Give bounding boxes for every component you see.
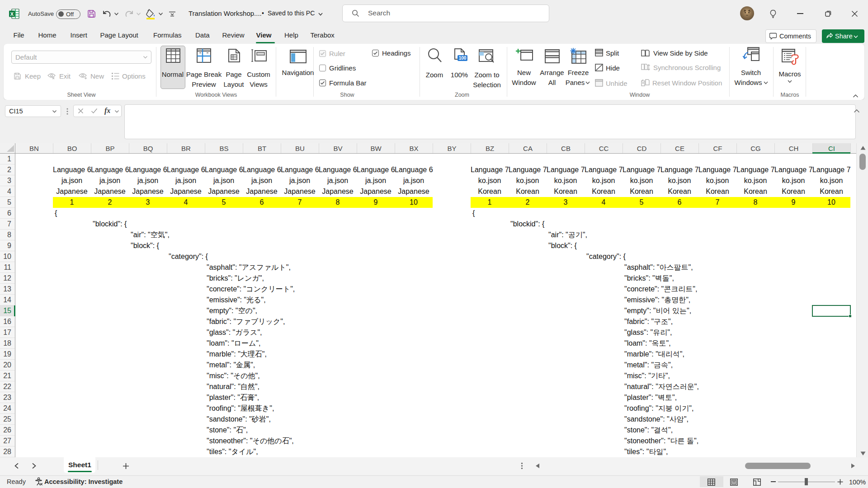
- svg-text:X: X: [10, 11, 14, 17]
- svg-text:100: 100: [459, 56, 467, 61]
